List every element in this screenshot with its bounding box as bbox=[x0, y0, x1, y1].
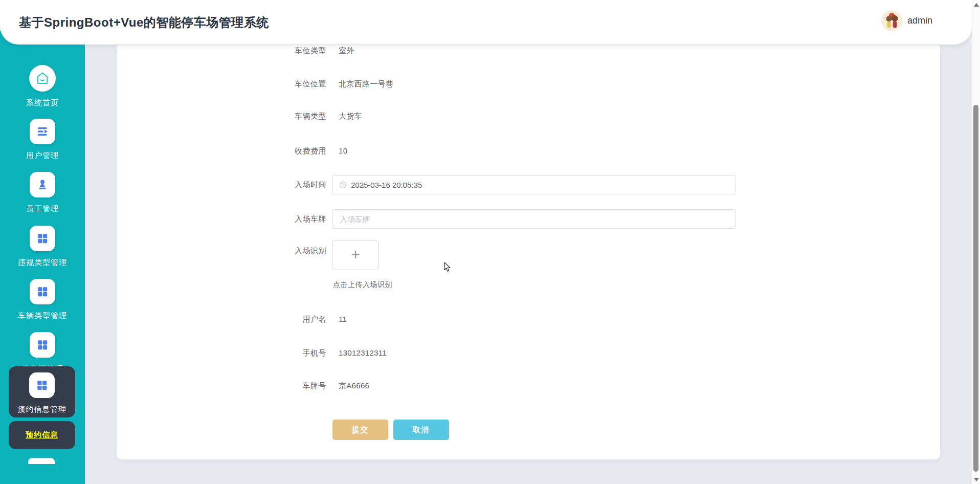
list-icon bbox=[30, 119, 55, 144]
field-label: 收费费用 bbox=[117, 145, 326, 157]
sidebar-item-label: 系统首页 bbox=[0, 98, 85, 108]
field-value: 室外 bbox=[339, 45, 354, 56]
grid-icon bbox=[30, 332, 55, 358]
employee-icon bbox=[30, 172, 55, 197]
field-value: 大货车 bbox=[339, 111, 362, 122]
cancel-button[interactable]: 取消 bbox=[393, 420, 449, 440]
sidebar-item-users[interactable]: 用户管理 bbox=[0, 119, 85, 161]
grid-icon bbox=[30, 279, 55, 304]
home-icon bbox=[29, 65, 56, 92]
username-label: admin bbox=[907, 15, 932, 26]
sidebar-item-label: 违规类型管理 bbox=[0, 258, 85, 268]
entry-time-value: 2025-03-16 20:05:35 bbox=[351, 181, 422, 189]
reservation-detail-card: 车位类型 室外 车位位置 北京西路一号巷 车辆类型 大货车 收费费用 10 入场… bbox=[117, 45, 940, 459]
user-box[interactable]: admin bbox=[881, 10, 932, 31]
app-title: 基于SpringBoot+Vue的智能停车场管理系统 bbox=[19, 0, 269, 45]
entry-plate-input[interactable] bbox=[340, 210, 728, 228]
upload-hint: 点击上传入场识别 bbox=[333, 280, 392, 290]
sidebar-item-vehicle-types[interactable]: 车辆类型管理 bbox=[0, 279, 85, 321]
field-label: 车辆类型 bbox=[117, 111, 326, 122]
field-label: 用户名 bbox=[117, 314, 326, 325]
header-bar: 基于SpringBoot+Vue的智能停车场管理系统 admin bbox=[0, 0, 972, 45]
field-label: 车位位置 bbox=[117, 78, 326, 90]
field-value: 京A6666 bbox=[339, 380, 369, 391]
scroll-up-arrow-icon[interactable] bbox=[974, 3, 979, 7]
vertical-scrollbar[interactable] bbox=[972, 0, 980, 484]
sidebar-item-reservation-info[interactable]: 预约信息 bbox=[9, 421, 75, 449]
field-label: 车位类型 bbox=[117, 45, 326, 56]
grid-icon bbox=[30, 226, 55, 251]
field-value: 11 bbox=[339, 314, 347, 325]
sidebar-item-reservation-management[interactable]: 预约信息管理 bbox=[9, 366, 75, 417]
field-label: 入场时间 bbox=[117, 179, 326, 190]
sidebar-item-label: 预约信息管理 bbox=[9, 405, 75, 414]
upload-entry-recognition-button[interactable]: + bbox=[332, 240, 379, 270]
field-label: 入场车牌 bbox=[117, 213, 326, 225]
submit-button[interactable]: 提交 bbox=[332, 420, 388, 440]
clock-icon bbox=[339, 181, 347, 189]
sidebar-item-home[interactable]: 系统首页 bbox=[0, 65, 85, 108]
grid-icon bbox=[29, 372, 55, 398]
app-root: 系统首页 用户管理 员工管理 bbox=[0, 0, 980, 484]
entry-time-input[interactable]: 2025-03-16 20:05:35 bbox=[332, 175, 736, 194]
field-label: 手机号 bbox=[117, 347, 326, 359]
field-value: 13012312311 bbox=[339, 347, 387, 359]
field-value: 10 bbox=[339, 145, 347, 157]
sidebar-item-label: 用户管理 bbox=[0, 151, 85, 161]
sidebar-item-label: 车辆类型管理 bbox=[0, 311, 85, 321]
sidebar-sublink-label[interactable]: 预约信息 bbox=[26, 430, 58, 440]
scroll-down-arrow-icon[interactable] bbox=[974, 478, 979, 481]
avatar[interactable] bbox=[881, 10, 902, 31]
field-label: 入场识别 bbox=[117, 245, 326, 256]
sidebar-item-label: 员工管理 bbox=[0, 204, 85, 214]
sidebar-item-violation-types[interactable]: 违规类型管理 bbox=[0, 226, 85, 268]
plus-icon: + bbox=[351, 247, 360, 262]
entry-plate-input-wrap bbox=[332, 209, 736, 229]
scrollbar-thumb[interactable] bbox=[973, 105, 978, 472]
sidebar-next-item-peek bbox=[28, 458, 55, 464]
field-label: 车牌号 bbox=[117, 380, 326, 391]
field-value: 北京西路一号巷 bbox=[339, 78, 393, 90]
sidebar: 系统首页 用户管理 员工管理 bbox=[0, 31, 85, 484]
sidebar-item-employees[interactable]: 员工管理 bbox=[0, 172, 85, 214]
